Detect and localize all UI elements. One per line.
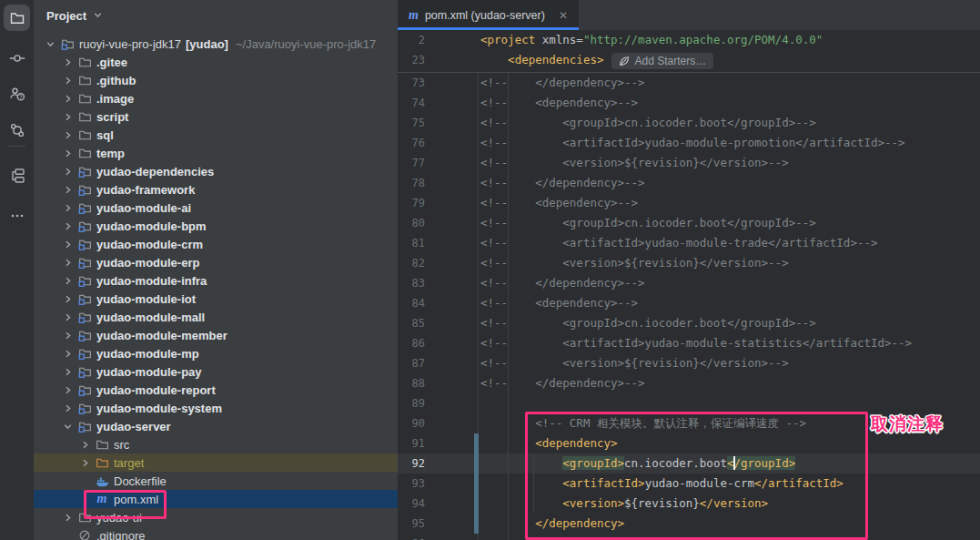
code-line-78[interactable]: 78<!-- </dependency>--> [398, 173, 980, 193]
code-line-74[interactable]: 74<!-- <dependency>--> [398, 93, 980, 113]
chevron-right-icon[interactable] [59, 57, 76, 67]
line-number[interactable]: 2 [398, 30, 425, 50]
project-tool-icon[interactable] [4, 5, 30, 31]
chevron-right-icon[interactable] [59, 185, 76, 195]
tree-item--image[interactable]: .image [34, 89, 398, 107]
code-line-85[interactable]: 85<!-- <groupId>cn.iocoder.boot</groupId… [398, 313, 980, 333]
line-number[interactable]: 23 [398, 50, 425, 70]
code-line-89[interactable]: 89 [398, 393, 980, 413]
code-line-86[interactable]: 86<!-- <artifactId>yudao-module-statisti… [398, 333, 980, 353]
tree-item-pom-xml[interactable]: mpom.xml [34, 490, 398, 508]
code-line-91[interactable]: 91 <dependency> [398, 433, 980, 453]
chevron-right-icon[interactable] [59, 258, 76, 268]
line-number[interactable]: 88 [398, 373, 425, 393]
line-number[interactable]: 87 [398, 353, 425, 373]
line-number[interactable]: 84 [398, 293, 425, 313]
line-number[interactable]: 76 [398, 133, 425, 153]
tree-item-yudao-module-member[interactable]: yudao-module-member [34, 326, 398, 344]
tree-item-script[interactable]: script [34, 107, 398, 126]
line-number[interactable]: 73 [398, 73, 425, 93]
tree-item-yudao-module-mp[interactable]: yudao-module-mp [34, 344, 398, 362]
tree-item-yudao-module-infra[interactable]: yudao-module-infra [34, 271, 398, 290]
code-line-94[interactable]: 94 <version>${revision}</version> [398, 494, 980, 514]
code-line-93[interactable]: 93 <artifactId>yudao-module-crm</artifac… [398, 474, 980, 494]
line-number[interactable]: 77 [398, 153, 425, 173]
code-line-82[interactable]: 82<!-- <version>${revision}</version>--> [398, 253, 980, 273]
line-number[interactable]: 83 [398, 273, 425, 293]
tree-item-yudao-module-crm[interactable]: yudao-module-crm [34, 235, 398, 253]
code-line-2[interactable]: 2<project xmlns="http://maven.apache.org… [398, 30, 980, 50]
tree-item-yudao-module-erp[interactable]: yudao-module-erp [34, 253, 398, 271]
tree-item-ruoyi-vue-pro-jdk17[interactable]: ruoyi-vue-pro-jdk17[yudao]~/Java/ruoyi-v… [34, 35, 398, 53]
tree-item-target[interactable]: target [34, 453, 398, 472]
chevron-right-icon[interactable] [59, 203, 76, 213]
chevron-right-icon[interactable] [59, 94, 76, 104]
tree-item-yudao-module-report[interactable]: yudao-module-report [34, 381, 398, 399]
code-line-84[interactable]: 84<!-- <dependency>--> [398, 293, 980, 313]
tree-item-src[interactable]: src [34, 435, 398, 453]
line-number[interactable]: 93 [398, 474, 425, 494]
add-starters-inlay-hint[interactable]: Add Starters… [611, 53, 713, 69]
tree-item-yudao-dependencies[interactable]: yudao-dependencies [34, 162, 398, 180]
structure-tool-icon[interactable] [4, 162, 30, 188]
tree-item-dockerfile[interactable]: Dockerfile [34, 472, 398, 490]
chevron-down-icon[interactable] [42, 39, 58, 49]
project-panel-header[interactable]: Project [34, 0, 398, 31]
line-number[interactable]: 94 [398, 494, 425, 514]
chevron-right-icon[interactable] [59, 385, 76, 395]
code-line-92[interactable]: 92 <groupId>cn.iocoder.boot</groupId> [398, 453, 980, 474]
chevron-right-icon[interactable] [59, 276, 76, 286]
line-number[interactable]: 86 [398, 333, 425, 353]
code-line-80[interactable]: 80<!-- <groupId>cn.iocoder.boot</groupId… [398, 213, 980, 233]
chevron-right-icon[interactable] [59, 130, 76, 140]
tree-item-yudao-module-iot[interactable]: yudao-module-iot [34, 290, 398, 308]
tree-item-yudao-ui[interactable]: yudao-ui [34, 508, 398, 526]
code-line-95[interactable]: 95 </dependency> [398, 514, 980, 534]
tree-item-yudao-module-system[interactable]: yudao-module-system [34, 399, 398, 417]
tree-item-temp[interactable]: temp [34, 144, 398, 162]
code-line-23[interactable]: 23 <dependencies>Add Starters… [398, 50, 980, 70]
line-number[interactable]: 91 [398, 433, 425, 453]
chevron-right-icon[interactable] [59, 112, 76, 122]
chevron-right-icon[interactable] [59, 367, 76, 377]
code-line-75[interactable]: 75<!-- <groupId>cn.iocoder.boot</groupId… [398, 113, 980, 133]
tree-item-yudao-module-pay[interactable]: yudao-module-pay [34, 362, 398, 381]
chevron-right-icon[interactable] [59, 403, 76, 413]
line-number[interactable]: 96 [398, 534, 425, 540]
code-line-88[interactable]: 88<!-- </dependency>--> [398, 373, 980, 393]
chevron-right-icon[interactable] [59, 221, 76, 231]
line-number[interactable]: 90 [398, 413, 425, 433]
line-number[interactable]: 92 [398, 453, 425, 474]
more-tools-icon[interactable] [4, 202, 30, 229]
line-number[interactable]: 81 [398, 233, 425, 253]
pull-requests-icon[interactable] [4, 117, 30, 143]
code-line-87[interactable]: 87<!-- <version>${revision}</version>--> [398, 353, 980, 373]
code-line-81[interactable]: 81<!-- <artifactId>yudao-module-trade</a… [398, 233, 980, 253]
vcs-change-marker[interactable] [474, 433, 479, 534]
chevron-right-icon[interactable] [59, 312, 76, 322]
close-icon[interactable]: ✕ [559, 9, 568, 22]
chevron-down-icon[interactable] [59, 422, 76, 432]
line-number[interactable]: 78 [398, 173, 425, 193]
line-number[interactable]: 74 [398, 93, 425, 113]
tree-item-yudao-module-bpm[interactable]: yudao-module-bpm [34, 217, 398, 235]
learn-help-icon[interactable]: ? [4, 80, 30, 107]
chevron-right-icon[interactable] [59, 331, 76, 341]
tree-item--github[interactable]: .github [34, 71, 398, 89]
chevron-right-icon[interactable] [76, 440, 93, 450]
code-line-73[interactable]: 73<!-- </dependency>--> [398, 73, 980, 93]
commit-tool-icon[interactable] [4, 45, 30, 71]
line-number[interactable]: 82 [398, 253, 425, 273]
code-line-79[interactable]: 79<!-- <dependency>--> [398, 193, 980, 213]
tree-item-sql[interactable]: sql [34, 126, 398, 144]
tree-item-yudao-framework[interactable]: yudao-framework [34, 180, 398, 199]
chevron-right-icon[interactable] [59, 148, 76, 158]
line-number[interactable]: 79 [398, 193, 425, 213]
tab-pom-xml[interactable]: m pom.xml (yudao-server) ✕ [398, 0, 579, 30]
line-number[interactable]: 85 [398, 313, 425, 333]
chevron-right-icon[interactable] [59, 513, 76, 523]
code-line-77[interactable]: 77<!-- <version>${revision}</version>--> [398, 153, 980, 173]
chevron-right-icon[interactable] [59, 76, 76, 86]
chevron-right-icon[interactable] [76, 458, 93, 468]
code-line-83[interactable]: 83<!-- </dependency>--> [398, 273, 980, 293]
